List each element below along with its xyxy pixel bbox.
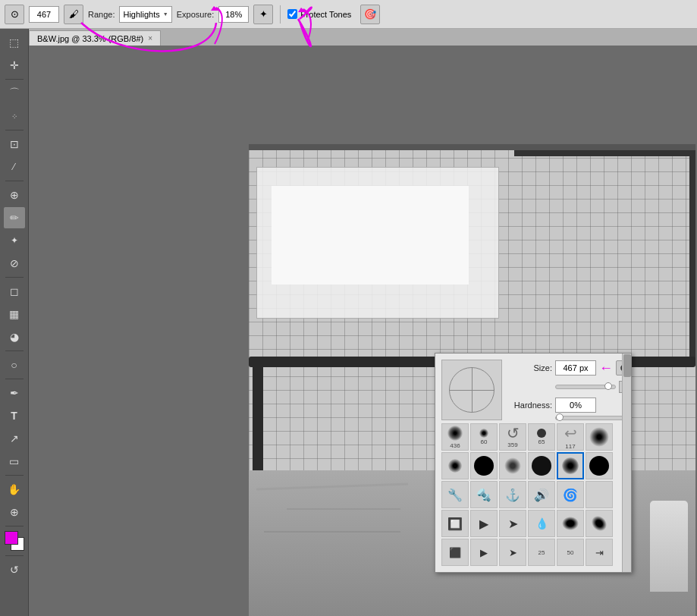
brush-item[interactable] <box>586 510 613 537</box>
brush-item[interactable]: 436 <box>441 423 469 451</box>
tool-clone[interactable]: ✦ <box>4 230 25 251</box>
brush-item[interactable]: 🌀 <box>557 481 584 508</box>
color-swatch[interactable] <box>5 531 24 551</box>
tool-quick-select[interactable]: ⁘ <box>4 105 25 127</box>
brush-item[interactable] <box>586 452 613 479</box>
brush-item[interactable]: 🔊 <box>528 481 555 508</box>
hardness-input[interactable]: 0% <box>555 398 596 413</box>
brush-item[interactable]: ➤ <box>499 539 526 566</box>
brush-item[interactable]: 🔩 <box>470 481 498 508</box>
brush-item[interactable] <box>586 481 613 508</box>
brush-item[interactable]: ⇥ <box>586 539 613 566</box>
size-input[interactable]: 467 px <box>555 360 596 376</box>
brush-item[interactable] <box>586 423 613 451</box>
toolbar-separator <box>280 5 281 24</box>
brush-item[interactable]: ⬛ <box>441 539 469 566</box>
brush-picker-popup: Size: 467 px ← ⚙ ▣ <box>435 353 632 573</box>
tool-dodge[interactable]: ○ <box>4 354 25 376</box>
tool-zoom[interactable]: ⊕ <box>4 501 25 523</box>
protect-tones-checkbox[interactable] <box>287 9 297 19</box>
tool-shape[interactable]: ▭ <box>4 451 25 472</box>
tool-brush[interactable]: ✏ <box>4 207 25 228</box>
brush-item[interactable]: 🔧 <box>441 481 469 508</box>
image-element <box>650 501 688 592</box>
brush-size-num: 359 <box>507 442 517 448</box>
brush-item[interactable]: ↺ 359 <box>499 423 526 451</box>
range-label: Range: <box>88 10 115 19</box>
tool-blur[interactable]: ◕ <box>4 326 25 347</box>
exposure-label: Exposure: <box>177 10 215 19</box>
tool-separator-7 <box>5 475 24 476</box>
brush-item[interactable]: ⚓ <box>499 481 526 508</box>
tool-text[interactable]: T <box>4 405 25 426</box>
brush-row-1: 436 60 ↺ 359 65 <box>441 423 625 451</box>
protect-tones-label[interactable]: Protect Tones <box>287 9 351 19</box>
brush-picker-icon[interactable]: 🖌 <box>64 5 83 24</box>
brush-item[interactable]: 💧 <box>528 510 555 537</box>
range-dropdown[interactable]: Highlights <box>119 6 171 23</box>
brush-shape <box>479 429 488 438</box>
image-element <box>272 186 469 284</box>
brush-item[interactable]: ▶ <box>470 510 498 537</box>
tool-rotate-view[interactable]: ↺ <box>4 559 25 580</box>
size-annotation-arrow: ← <box>599 360 613 376</box>
brush-grid-container: 436 60 ↺ 359 65 <box>441 423 625 566</box>
size-slider-row: ▣ <box>507 381 631 393</box>
brush-item[interactable]: 25 <box>528 539 555 566</box>
brush-size-value[interactable]: 467 <box>29 6 59 23</box>
brush-item[interactable]: ➤ <box>499 510 526 537</box>
brush-controls: Size: 467 px ← ⚙ ▣ <box>507 360 631 420</box>
tool-hand[interactable]: ✋ <box>4 479 25 500</box>
hardness-slider-row <box>507 416 631 420</box>
tool-path-select[interactable]: ↗ <box>4 428 25 449</box>
hardness-slider-thumb[interactable] <box>556 413 564 421</box>
airbrush-icon[interactable]: ✦ <box>253 5 273 24</box>
tool-pen[interactable]: ✒ <box>4 382 25 404</box>
brush-item[interactable] <box>441 452 469 479</box>
brush-size-num: 117 <box>565 443 575 450</box>
tool-lasso[interactable]: ⌒ <box>4 83 25 104</box>
brush-item[interactable] <box>528 452 555 479</box>
tool-spot-heal[interactable]: ⊕ <box>4 184 25 206</box>
brush-item[interactable]: 65 <box>528 423 555 451</box>
tool-gradient[interactable]: ▦ <box>4 303 25 325</box>
brush-item[interactable]: ▶ <box>470 539 498 566</box>
tool-move[interactable]: ✛ <box>4 55 25 76</box>
scrollbar-thumb[interactable] <box>623 354 631 377</box>
brush-item[interactable]: 60 <box>470 423 498 451</box>
tool-eyedropper[interactable]: ⁄ <box>4 156 25 178</box>
brush-shape <box>447 425 463 442</box>
brush-item[interactable] <box>499 452 526 479</box>
brush-shape <box>537 429 546 438</box>
tool-separator-2 <box>5 130 24 130</box>
brush-shape <box>504 457 521 474</box>
brush-item[interactable]: 50 <box>557 539 584 566</box>
brush-item[interactable] <box>557 510 584 537</box>
tool-crop[interactable]: ⊡ <box>4 134 25 155</box>
brush-item-selected[interactable] <box>557 452 584 479</box>
size-slider-thumb[interactable] <box>604 382 612 390</box>
tool-separator-4 <box>5 277 24 278</box>
brush-item[interactable] <box>470 452 498 479</box>
brush-size-num: 25 <box>538 549 545 556</box>
size-slider[interactable] <box>555 385 616 389</box>
brush-item[interactable]: 🔲 <box>441 510 469 537</box>
tool-eraser[interactable]: ◻ <box>4 281 25 302</box>
tool-separator-1 <box>5 79 24 80</box>
tool-marquee[interactable]: ⬚ <box>4 32 25 53</box>
tab-close[interactable]: × <box>148 34 152 42</box>
document-tab[interactable]: B&W.jpg @ 33.3% (RGB/8#) × <box>29 30 161 46</box>
tool-options-icon[interactable]: ⊙ <box>5 5 24 24</box>
brush-size-row: Size: 467 px ← ⚙ ▣ <box>441 360 625 420</box>
canvas-area: Size: 467 px ← ⚙ ▣ <box>29 46 697 616</box>
brush-item[interactable]: ↩ 117 <box>557 423 584 451</box>
brush-grid-scrollbar[interactable] <box>622 354 631 572</box>
exposure-value[interactable]: 18% <box>218 6 249 23</box>
foreground-color[interactable] <box>5 531 18 545</box>
brush-preview-canvas <box>441 360 502 420</box>
hardness-control-row: Hardness: 0% <box>507 398 631 413</box>
tool-history-brush[interactable]: ⊘ <box>4 253 25 274</box>
hardness-slider[interactable] <box>555 416 631 420</box>
targeted-adjustment-icon[interactable]: 🎯 <box>360 5 380 24</box>
brush-row-4: 🔲 ▶ ➤ 💧 <box>441 510 625 537</box>
